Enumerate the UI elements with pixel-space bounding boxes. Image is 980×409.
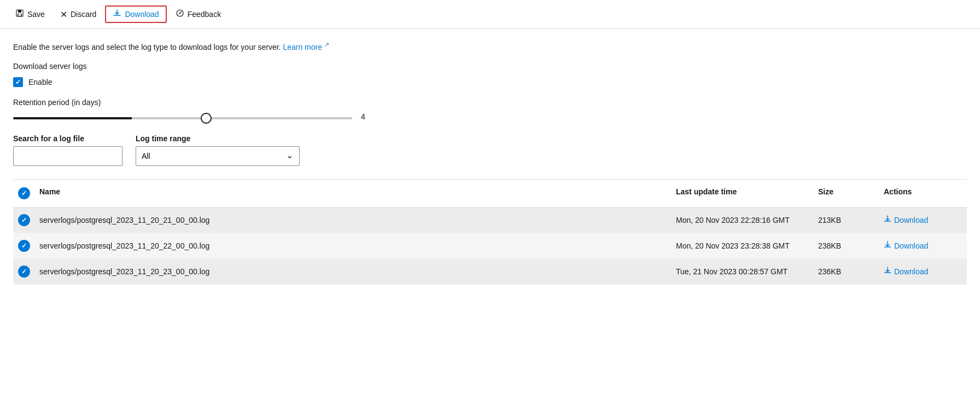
time-range-group: Log time range All Last hour Last 6 hour… bbox=[136, 134, 300, 166]
enable-row: ✓ Enable bbox=[13, 77, 967, 87]
row-checkbox-1[interactable]: ✓ bbox=[13, 208, 35, 233]
main-content: Enable the server logs and select the lo… bbox=[0, 29, 980, 296]
download-icon bbox=[113, 9, 121, 20]
search-group: Search for a log file bbox=[13, 134, 122, 166]
row-checkmark-1: ✓ bbox=[21, 216, 27, 224]
svg-rect-1 bbox=[18, 10, 21, 13]
feedback-button[interactable]: Feedback bbox=[169, 5, 228, 23]
discard-label: Discard bbox=[71, 10, 96, 19]
row-action-1[interactable]: Download bbox=[879, 208, 967, 233]
svg-point-5 bbox=[180, 11, 182, 13]
enable-checkbox[interactable]: ✓ bbox=[13, 77, 23, 87]
row-check-circle-1[interactable]: ✓ bbox=[18, 214, 30, 226]
description: Enable the server logs and select the lo… bbox=[13, 40, 967, 53]
retention-section: Retention period (in days) 4 bbox=[13, 98, 967, 121]
select-all-checkmark: ✓ bbox=[21, 189, 27, 197]
retention-label: Retention period (in days) bbox=[13, 98, 967, 107]
svg-rect-3 bbox=[19, 14, 21, 16]
feedback-icon bbox=[176, 9, 184, 20]
header-checkbox[interactable]: ✓ bbox=[13, 185, 35, 201]
table-row: ✓ serverlogs/postgresql_2023_11_20_22_00… bbox=[13, 233, 967, 259]
download-link-3[interactable]: Download bbox=[884, 267, 928, 276]
enable-label: Enable bbox=[28, 78, 52, 87]
row-name-2: serverlogs/postgresql_2023_11_20_22_00_0… bbox=[35, 233, 672, 258]
row-size-1: 213KB bbox=[814, 208, 879, 233]
table-container: ✓ Name Last update time Size Actions ✓ s… bbox=[13, 179, 967, 285]
row-action-3[interactable]: Download bbox=[879, 259, 967, 284]
discard-icon: ✕ bbox=[60, 9, 67, 20]
select-all-checkbox[interactable]: ✓ bbox=[18, 187, 30, 199]
checkmark-icon: ✓ bbox=[15, 79, 21, 85]
row-checkbox-3[interactable]: ✓ bbox=[13, 259, 35, 284]
feedback-label: Feedback bbox=[188, 10, 221, 19]
slider-row: 4 bbox=[13, 112, 967, 121]
toolbar: Save ✕ Discard Download Feedback bbox=[0, 0, 980, 29]
slider-value: 4 bbox=[361, 112, 372, 121]
download-label: Download bbox=[125, 10, 159, 19]
download-icon-1 bbox=[884, 215, 891, 224]
row-update-3: Tue, 21 Nov 2023 00:28:57 GMT bbox=[672, 259, 814, 284]
server-logs-label: Download server logs bbox=[13, 62, 967, 71]
save-label: Save bbox=[27, 10, 45, 19]
table-header: ✓ Name Last update time Size Actions bbox=[13, 180, 967, 208]
row-checkbox-2[interactable]: ✓ bbox=[13, 233, 35, 258]
download-button[interactable]: Download bbox=[105, 5, 166, 23]
discard-button[interactable]: ✕ Discard bbox=[54, 6, 103, 23]
time-range-select[interactable]: All Last hour Last 6 hours Last 12 hours… bbox=[136, 146, 300, 166]
time-range-label: Log time range bbox=[136, 134, 300, 143]
row-action-2[interactable]: Download bbox=[879, 233, 967, 258]
download-label-1: Download bbox=[894, 216, 928, 224]
col-name-header: Name bbox=[35, 185, 672, 201]
col-size-header: Size bbox=[814, 185, 879, 201]
download-label-2: Download bbox=[894, 241, 928, 250]
search-input[interactable] bbox=[13, 146, 122, 166]
search-label: Search for a log file bbox=[13, 134, 122, 143]
row-checkmark-3: ✓ bbox=[21, 268, 27, 275]
learn-more-label: Learn more bbox=[283, 43, 322, 51]
download-link-1[interactable]: Download bbox=[884, 215, 928, 224]
download-label-3: Download bbox=[894, 267, 928, 276]
col-actions-header: Actions bbox=[879, 185, 967, 201]
retention-slider[interactable] bbox=[13, 117, 352, 119]
row-check-circle-3[interactable]: ✓ bbox=[18, 266, 30, 278]
download-icon-3 bbox=[884, 267, 891, 276]
download-link-2[interactable]: Download bbox=[884, 241, 928, 250]
row-update-2: Mon, 20 Nov 2023 23:28:38 GMT bbox=[672, 233, 814, 258]
col-last-update-header: Last update time bbox=[672, 185, 814, 201]
filter-row: Search for a log file Log time range All… bbox=[13, 134, 967, 166]
description-text: Enable the server logs and select the lo… bbox=[13, 43, 281, 51]
time-range-select-wrapper: All Last hour Last 6 hours Last 12 hours… bbox=[136, 146, 300, 166]
slider-container bbox=[13, 112, 352, 121]
table-row: ✓ serverlogs/postgresql_2023_11_20_23_00… bbox=[13, 259, 967, 285]
row-check-circle-2[interactable]: ✓ bbox=[18, 240, 30, 252]
row-size-3: 236KB bbox=[814, 259, 879, 284]
save-icon bbox=[15, 9, 24, 20]
table-row: ✓ serverlogs/postgresql_2023_11_20_21_00… bbox=[13, 208, 967, 233]
row-size-2: 238KB bbox=[814, 233, 879, 258]
row-name-3: serverlogs/postgresql_2023_11_20_23_00_0… bbox=[35, 259, 672, 284]
save-button[interactable]: Save bbox=[9, 5, 51, 23]
learn-more-link[interactable]: Learn more ↗ bbox=[283, 43, 329, 51]
external-link-icon: ↗ bbox=[324, 41, 329, 48]
row-checkmark-2: ✓ bbox=[21, 242, 27, 250]
row-update-1: Mon, 20 Nov 2023 22:28:16 GMT bbox=[672, 208, 814, 233]
row-name-1: serverlogs/postgresql_2023_11_20_21_00_0… bbox=[35, 208, 672, 233]
download-icon-2 bbox=[884, 241, 891, 250]
